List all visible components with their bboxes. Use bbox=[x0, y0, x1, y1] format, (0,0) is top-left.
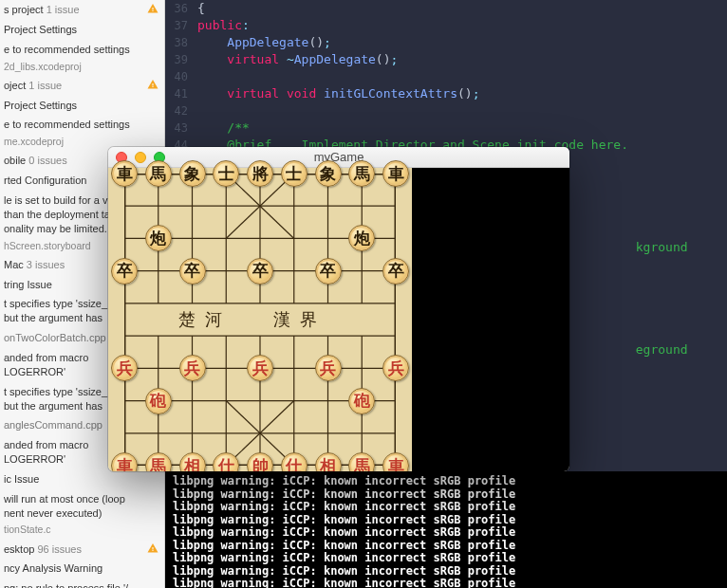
xiangqi-piece[interactable]: 兵 bbox=[111, 355, 138, 381]
xiangqi-piece[interactable]: 兵 bbox=[247, 355, 273, 381]
issue-label: e to recommended settings bbox=[4, 44, 130, 55]
xiangqi-piece[interactable]: 仕 bbox=[281, 452, 308, 471]
code-line[interactable]: 39 virtual ~AppDelegate(); bbox=[169, 51, 727, 68]
code-line[interactable]: 42 bbox=[169, 102, 727, 119]
issue-item[interactable]: e to recommended settings bbox=[0, 115, 164, 135]
issue-file: tionState.c bbox=[0, 523, 164, 539]
svg-text:楚河: 楚河 bbox=[178, 310, 232, 329]
code-line[interactable]: 38 AppDelegate(); bbox=[169, 34, 727, 51]
xiangqi-piece[interactable]: 馬 bbox=[348, 160, 375, 187]
issue-label: rted Configuration bbox=[4, 175, 86, 186]
game-black-panel bbox=[412, 168, 569, 471]
line-number: 38 bbox=[169, 34, 197, 51]
issue-label: ng: no rule to process file '/liuhailong… bbox=[4, 582, 130, 588]
xiangqi-piece[interactable]: 象 bbox=[179, 160, 206, 187]
xiangqi-piece[interactable]: 砲 bbox=[145, 388, 172, 414]
issue-label: tring Issue bbox=[4, 279, 52, 290]
issue-item[interactable]: esktop 96 issues bbox=[0, 540, 164, 560]
code-line[interactable]: 40 bbox=[169, 68, 727, 85]
xiangqi-piece[interactable]: 車 bbox=[111, 160, 138, 187]
code-line[interactable]: 41 virtual void initGLContextAttrs(); bbox=[169, 85, 727, 102]
issue-label: obile bbox=[4, 155, 26, 166]
issue-label: t specifies type 'ssize_… but the argume… bbox=[4, 386, 118, 412]
issue-label: le is set to build for a v…than the depl… bbox=[4, 194, 121, 234]
xiangqi-piece[interactable]: 馬 bbox=[145, 452, 172, 471]
issue-label: anded from macroLOGERROR' bbox=[4, 352, 88, 377]
issue-count: 3 issues bbox=[27, 259, 65, 270]
issue-item[interactable]: Project Settings bbox=[0, 96, 164, 116]
issue-label: ncy Analysis Warning bbox=[4, 562, 103, 574]
warning-icon bbox=[147, 79, 158, 90]
xiangqi-piece[interactable]: 仕 bbox=[213, 452, 239, 471]
warning-icon bbox=[147, 542, 158, 554]
issue-item[interactable]: ncy Analysis Warning bbox=[0, 559, 164, 579]
game-window[interactable]: myGame 楚河漢界 車馬象士將士象馬車炮炮卒卒卒卒卒兵兵兵兵兵砲砲車馬相仕帥… bbox=[108, 147, 569, 471]
xiangqi-piece[interactable]: 相 bbox=[315, 452, 342, 471]
code-line[interactable]: 43 /** bbox=[169, 119, 727, 137]
issue-label: onTwoColorBatch.cpp bbox=[4, 332, 106, 343]
xiangqi-piece[interactable]: 士 bbox=[281, 160, 308, 187]
issue-label: anglesCommand.cpp bbox=[4, 419, 103, 431]
issue-item[interactable]: oject 1 issue bbox=[0, 76, 164, 96]
code-line[interactable]: 36{ bbox=[169, 0, 727, 17]
line-number: 37 bbox=[169, 17, 197, 34]
window-titlebar[interactable]: myGame bbox=[108, 147, 569, 168]
xiangqi-piece[interactable]: 卒 bbox=[179, 258, 206, 285]
issue-label: will run at most once (loopnent never ex… bbox=[4, 493, 125, 519]
issue-label: t specifies type 'ssize_… but the argume… bbox=[4, 298, 118, 323]
issue-item[interactable]: will run at most once (loopnent never ex… bbox=[0, 489, 164, 524]
xiangqi-piece[interactable]: 車 bbox=[382, 160, 409, 187]
xiangqi-piece[interactable]: 兵 bbox=[382, 355, 409, 381]
issue-item[interactable]: s project 1 issue bbox=[0, 0, 164, 20]
issue-item[interactable]: Project Settings bbox=[0, 20, 164, 40]
xiangqi-piece[interactable]: 象 bbox=[315, 160, 342, 187]
issue-label: Project Settings bbox=[4, 24, 77, 35]
issue-count: 1 issue bbox=[47, 4, 80, 15]
line-number: 39 bbox=[169, 51, 197, 68]
line-number: 36 bbox=[169, 0, 197, 17]
issue-label: e to recommended settings bbox=[4, 119, 130, 130]
issue-item[interactable]: e to recommended settings bbox=[0, 40, 164, 60]
line-number: 40 bbox=[169, 68, 197, 85]
line-number: 43 bbox=[169, 119, 197, 137]
debug-console[interactable]: libpng warning: iCCP: known incorrect sR… bbox=[165, 471, 727, 588]
xiangqi-piece[interactable]: 相 bbox=[179, 452, 206, 471]
issue-count: 1 issue bbox=[28, 80, 62, 91]
svg-text:漢界: 漢界 bbox=[273, 310, 326, 329]
warning-icon bbox=[147, 3, 158, 14]
xiangqi-piece[interactable]: 卒 bbox=[382, 258, 409, 285]
xiangqi-piece[interactable]: 兵 bbox=[179, 355, 206, 381]
xiangqi-piece[interactable]: 炮 bbox=[348, 225, 375, 251]
xiangqi-piece[interactable]: 兵 bbox=[315, 355, 342, 381]
xiangqi-piece[interactable]: 卒 bbox=[111, 258, 138, 285]
xiangqi-piece[interactable]: 車 bbox=[382, 452, 409, 471]
line-number: 41 bbox=[169, 85, 197, 102]
issue-item[interactable]: ic Issue bbox=[0, 469, 164, 489]
window-title: myGame bbox=[108, 150, 569, 164]
xiangqi-board[interactable]: 楚河漢界 車馬象士將士象馬車炮炮卒卒卒卒卒兵兵兵兵兵砲砲車馬相仕帥仕相馬車 bbox=[108, 168, 412, 471]
xiangqi-piece[interactable]: 馬 bbox=[145, 160, 172, 187]
issue-count: 96 issues bbox=[37, 543, 81, 555]
xiangqi-piece[interactable]: 帥 bbox=[247, 452, 273, 471]
issue-label: ic Issue bbox=[4, 473, 39, 485]
issue-label: Mac bbox=[4, 259, 24, 270]
code-line[interactable]: 37public: bbox=[169, 17, 727, 34]
issue-count: 0 issues bbox=[28, 155, 66, 166]
issue-label: oject bbox=[4, 80, 26, 91]
issue-label: s project bbox=[4, 4, 44, 15]
issue-label: esktop bbox=[4, 543, 34, 555]
xiangqi-piece[interactable]: 車 bbox=[111, 452, 138, 471]
xiangqi-piece[interactable]: 卒 bbox=[247, 258, 273, 285]
xiangqi-piece[interactable]: 士 bbox=[213, 160, 239, 187]
xiangqi-piece[interactable]: 炮 bbox=[145, 225, 172, 251]
issue-label: Project Settings bbox=[4, 100, 77, 111]
xiangqi-piece[interactable]: 卒 bbox=[315, 258, 342, 285]
line-number: 42 bbox=[169, 102, 197, 119]
xiangqi-piece[interactable]: 將 bbox=[247, 160, 273, 187]
issue-file: 2d_libs.xcodeproj bbox=[0, 60, 164, 76]
issue-label: anded from macroLOGERROR' bbox=[4, 439, 88, 465]
issue-item[interactable]: ng: no rule to process file '/liuhailong… bbox=[0, 579, 164, 588]
xiangqi-piece[interactable]: 馬 bbox=[348, 452, 375, 471]
board-grid: 楚河漢界 bbox=[124, 174, 396, 466]
xiangqi-piece[interactable]: 砲 bbox=[348, 388, 375, 414]
